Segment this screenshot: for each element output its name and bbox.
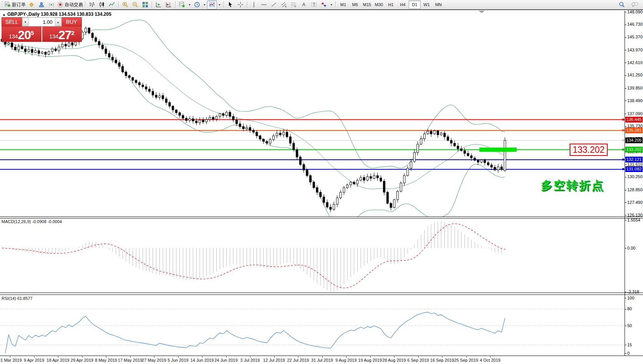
level-endpoint-marker[interactable] xyxy=(622,119,624,121)
buy-button[interactable]: BUY xyxy=(62,17,82,26)
timeframe-MN[interactable]: MN xyxy=(433,0,444,9)
search-button[interactable] xyxy=(617,0,627,9)
toolbar-separator xyxy=(152,1,152,8)
periods-dropdown[interactable]: ▾ xyxy=(202,0,207,9)
volume-decrease-button[interactable]: ▼ xyxy=(22,18,29,26)
indicators-dropdown[interactable]: ▾ xyxy=(187,0,192,9)
price-axis-tick xyxy=(625,353,626,354)
chinese-note-text[interactable]: 多空转折点 xyxy=(541,178,604,194)
date-axis-tick xyxy=(466,356,467,357)
price-axis-tick xyxy=(625,164,626,165)
auto-trading-label: 自动交易 xyxy=(65,2,83,8)
timeframe-M1[interactable]: M1 xyxy=(337,0,349,9)
price-axis-label: 138.490 xyxy=(627,98,643,103)
date-axis-label: 18 Apr 2019 xyxy=(46,358,69,362)
date-axis-tick xyxy=(130,356,131,357)
buy-price-display[interactable]: 134272 xyxy=(42,26,82,42)
cursor-icon xyxy=(227,2,234,8)
fibonacci-icon: F xyxy=(291,2,297,8)
timeframe-H4[interactable]: H4 xyxy=(397,0,409,9)
data-window-button[interactable] xyxy=(36,0,46,9)
macd-label: MACD(12,26,9) -0.0908 -0.0004 xyxy=(2,219,62,224)
equidistant-channel-button[interactable]: E xyxy=(279,0,289,9)
collapse-icon[interactable]: ▲ xyxy=(2,13,6,17)
crosshair-button[interactable] xyxy=(235,0,245,9)
timeframe-D1[interactable]: D1 xyxy=(409,0,421,9)
arrows-dropdown[interactable]: ▾ xyxy=(329,0,334,9)
level-endpoint-marker[interactable] xyxy=(622,129,624,131)
signal-icon xyxy=(48,2,55,8)
price-axis-tick xyxy=(625,292,626,292)
level-endpoint-marker[interactable] xyxy=(622,139,624,141)
chart-shift-button[interactable] xyxy=(164,0,174,9)
price-axis-tick xyxy=(625,177,626,177)
date-axis-label: 17 May 2019 xyxy=(118,358,143,362)
indicators-button[interactable] xyxy=(177,0,187,9)
date-axis-label: 6 Sep 2019 xyxy=(407,358,429,362)
date-axis-tick xyxy=(298,356,298,357)
market-watch-button[interactable] xyxy=(27,0,36,9)
macd-pane[interactable] xyxy=(0,218,625,293)
candlestick-chart-button[interactable] xyxy=(97,0,107,9)
templates-dropdown[interactable]: ▾ xyxy=(217,0,222,9)
rsi-pane[interactable] xyxy=(0,295,625,356)
sell-price-display[interactable]: 134205 xyxy=(2,26,41,42)
svg-text:E: E xyxy=(285,5,287,8)
templates-button[interactable] xyxy=(207,0,217,9)
price-axis-tick xyxy=(625,215,626,215)
volume-input[interactable] xyxy=(29,18,55,26)
new-order-button[interactable]: 新订单 xyxy=(4,0,27,9)
auto-scroll-button[interactable] xyxy=(154,0,164,9)
price-axis-tick xyxy=(625,190,626,190)
macd-axis-label: 1.5554 xyxy=(627,218,640,222)
date-axis-tick xyxy=(178,356,179,357)
date-axis-label: 9 Aug 2019 xyxy=(335,358,357,362)
date-axis-label: 28 Aug 2019 xyxy=(382,358,406,362)
timeframe-M5[interactable]: M5 xyxy=(349,0,361,9)
timeframe-H1[interactable]: H1 xyxy=(385,0,397,9)
text-button[interactable]: A xyxy=(299,0,309,9)
line-chart-button[interactable] xyxy=(107,0,117,9)
volume-increase-button[interactable]: ▲ xyxy=(55,18,61,26)
horizontal-line-button[interactable] xyxy=(259,0,269,9)
level-endpoint-marker[interactable] xyxy=(622,168,624,170)
level-endpoint-marker[interactable] xyxy=(622,159,624,160)
zoom-in-button[interactable] xyxy=(120,0,130,9)
vertical-line-button[interactable] xyxy=(249,0,259,9)
bar-chart-button[interactable] xyxy=(87,0,97,9)
trendline-button[interactable] xyxy=(269,0,279,9)
arrows-button[interactable] xyxy=(319,0,329,9)
price-axis-tick xyxy=(625,114,626,114)
fibonacci-button[interactable]: F xyxy=(289,0,299,9)
cursor-button[interactable] xyxy=(225,0,235,9)
price-annotation-box[interactable]: 133.202 xyxy=(570,144,608,156)
auto-trading-button[interactable]: 自动交易 xyxy=(56,0,84,9)
timeframe-M30[interactable]: M30 xyxy=(373,0,385,9)
price-axis-tick xyxy=(625,37,626,38)
date-axis-tick xyxy=(442,356,442,357)
tile-windows-button[interactable] xyxy=(140,0,150,9)
timeframe-M15[interactable]: M15 xyxy=(361,0,373,9)
bar-chart-icon xyxy=(89,2,95,8)
sell-button[interactable]: SELL xyxy=(2,17,22,26)
date-axis-tick xyxy=(82,356,83,357)
price-axis-tick xyxy=(625,12,626,12)
periods-button[interactable] xyxy=(192,0,202,9)
date-axis-label: 27 May 2019 xyxy=(142,358,166,362)
price-axis-label: 141.250 xyxy=(627,73,643,77)
price-level-badge: 134.205 xyxy=(625,137,643,143)
date-axis-tick xyxy=(370,356,371,357)
text-label-button[interactable]: T xyxy=(309,0,319,9)
signals-button[interactable] xyxy=(46,0,56,9)
main-price-chart[interactable] xyxy=(0,11,625,217)
date-axis-label: 25 Sep 2019 xyxy=(454,358,478,362)
timeframe-W1[interactable]: W1 xyxy=(421,0,433,9)
price-axis-label: 131.610 xyxy=(627,162,643,167)
tile-windows-icon xyxy=(142,2,148,8)
chat-button[interactable] xyxy=(630,0,640,9)
level-endpoint-marker[interactable] xyxy=(622,149,624,151)
zoom-out-button[interactable] xyxy=(130,0,140,9)
svg-text:T: T xyxy=(313,3,315,7)
toolbar-grip xyxy=(85,1,86,8)
svg-text:F: F xyxy=(295,5,296,8)
